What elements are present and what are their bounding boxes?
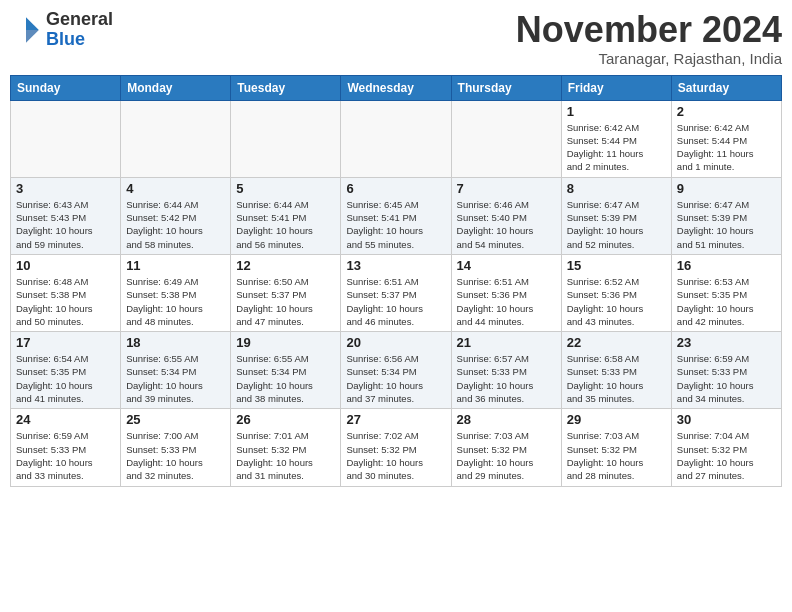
day-info: Sunrise: 6:58 AM Sunset: 5:33 PM Dayligh…	[567, 352, 666, 405]
day-info: Sunrise: 6:42 AM Sunset: 5:44 PM Dayligh…	[677, 121, 776, 174]
calendar-cell: 27Sunrise: 7:02 AM Sunset: 5:32 PM Dayli…	[341, 409, 451, 486]
day-info: Sunrise: 7:00 AM Sunset: 5:33 PM Dayligh…	[126, 429, 225, 482]
day-number: 1	[567, 104, 666, 119]
day-info: Sunrise: 6:52 AM Sunset: 5:36 PM Dayligh…	[567, 275, 666, 328]
weekday-header: Thursday	[451, 75, 561, 100]
calendar-cell: 17Sunrise: 6:54 AM Sunset: 5:35 PM Dayli…	[11, 332, 121, 409]
day-info: Sunrise: 6:59 AM Sunset: 5:33 PM Dayligh…	[16, 429, 115, 482]
day-number: 21	[457, 335, 556, 350]
calendar-cell: 15Sunrise: 6:52 AM Sunset: 5:36 PM Dayli…	[561, 254, 671, 331]
calendar-cell: 9Sunrise: 6:47 AM Sunset: 5:39 PM Daylig…	[671, 177, 781, 254]
day-number: 27	[346, 412, 445, 427]
day-number: 28	[457, 412, 556, 427]
day-number: 16	[677, 258, 776, 273]
calendar-cell	[231, 100, 341, 177]
day-number: 22	[567, 335, 666, 350]
calendar-cell: 4Sunrise: 6:44 AM Sunset: 5:42 PM Daylig…	[121, 177, 231, 254]
weekday-header: Wednesday	[341, 75, 451, 100]
day-number: 19	[236, 335, 335, 350]
day-number: 30	[677, 412, 776, 427]
day-info: Sunrise: 6:43 AM Sunset: 5:43 PM Dayligh…	[16, 198, 115, 251]
day-info: Sunrise: 7:02 AM Sunset: 5:32 PM Dayligh…	[346, 429, 445, 482]
day-info: Sunrise: 6:48 AM Sunset: 5:38 PM Dayligh…	[16, 275, 115, 328]
day-number: 25	[126, 412, 225, 427]
calendar-week-row: 3Sunrise: 6:43 AM Sunset: 5:43 PM Daylig…	[11, 177, 782, 254]
calendar-cell: 19Sunrise: 6:55 AM Sunset: 5:34 PM Dayli…	[231, 332, 341, 409]
day-info: Sunrise: 6:57 AM Sunset: 5:33 PM Dayligh…	[457, 352, 556, 405]
calendar-cell: 14Sunrise: 6:51 AM Sunset: 5:36 PM Dayli…	[451, 254, 561, 331]
day-info: Sunrise: 6:51 AM Sunset: 5:36 PM Dayligh…	[457, 275, 556, 328]
day-info: Sunrise: 6:56 AM Sunset: 5:34 PM Dayligh…	[346, 352, 445, 405]
calendar-week-row: 24Sunrise: 6:59 AM Sunset: 5:33 PM Dayli…	[11, 409, 782, 486]
day-number: 11	[126, 258, 225, 273]
calendar-cell: 7Sunrise: 6:46 AM Sunset: 5:40 PM Daylig…	[451, 177, 561, 254]
calendar-cell: 25Sunrise: 7:00 AM Sunset: 5:33 PM Dayli…	[121, 409, 231, 486]
day-info: Sunrise: 6:53 AM Sunset: 5:35 PM Dayligh…	[677, 275, 776, 328]
day-number: 20	[346, 335, 445, 350]
calendar-cell	[341, 100, 451, 177]
day-number: 8	[567, 181, 666, 196]
calendar-cell: 18Sunrise: 6:55 AM Sunset: 5:34 PM Dayli…	[121, 332, 231, 409]
logo-icon	[10, 14, 42, 46]
title-block: November 2024 Taranagar, Rajasthan, Indi…	[516, 10, 782, 67]
calendar-cell: 28Sunrise: 7:03 AM Sunset: 5:32 PM Dayli…	[451, 409, 561, 486]
svg-marker-1	[26, 30, 39, 43]
calendar-cell: 16Sunrise: 6:53 AM Sunset: 5:35 PM Dayli…	[671, 254, 781, 331]
weekday-row: SundayMondayTuesdayWednesdayThursdayFrid…	[11, 75, 782, 100]
day-info: Sunrise: 6:45 AM Sunset: 5:41 PM Dayligh…	[346, 198, 445, 251]
calendar-cell	[121, 100, 231, 177]
calendar-cell: 13Sunrise: 6:51 AM Sunset: 5:37 PM Dayli…	[341, 254, 451, 331]
day-number: 18	[126, 335, 225, 350]
day-info: Sunrise: 7:04 AM Sunset: 5:32 PM Dayligh…	[677, 429, 776, 482]
day-info: Sunrise: 6:55 AM Sunset: 5:34 PM Dayligh…	[126, 352, 225, 405]
day-info: Sunrise: 6:42 AM Sunset: 5:44 PM Dayligh…	[567, 121, 666, 174]
day-info: Sunrise: 6:47 AM Sunset: 5:39 PM Dayligh…	[567, 198, 666, 251]
month-title: November 2024	[516, 10, 782, 50]
calendar-week-row: 17Sunrise: 6:54 AM Sunset: 5:35 PM Dayli…	[11, 332, 782, 409]
svg-marker-0	[26, 17, 39, 30]
day-number: 24	[16, 412, 115, 427]
calendar-cell: 29Sunrise: 7:03 AM Sunset: 5:32 PM Dayli…	[561, 409, 671, 486]
day-number: 23	[677, 335, 776, 350]
day-info: Sunrise: 6:54 AM Sunset: 5:35 PM Dayligh…	[16, 352, 115, 405]
day-number: 6	[346, 181, 445, 196]
calendar-week-row: 1Sunrise: 6:42 AM Sunset: 5:44 PM Daylig…	[11, 100, 782, 177]
calendar-cell: 11Sunrise: 6:49 AM Sunset: 5:38 PM Dayli…	[121, 254, 231, 331]
day-number: 15	[567, 258, 666, 273]
day-info: Sunrise: 6:44 AM Sunset: 5:41 PM Dayligh…	[236, 198, 335, 251]
day-info: Sunrise: 6:55 AM Sunset: 5:34 PM Dayligh…	[236, 352, 335, 405]
calendar-cell: 23Sunrise: 6:59 AM Sunset: 5:33 PM Dayli…	[671, 332, 781, 409]
day-number: 10	[16, 258, 115, 273]
day-number: 26	[236, 412, 335, 427]
day-number: 13	[346, 258, 445, 273]
calendar-week-row: 10Sunrise: 6:48 AM Sunset: 5:38 PM Dayli…	[11, 254, 782, 331]
calendar-cell: 1Sunrise: 6:42 AM Sunset: 5:44 PM Daylig…	[561, 100, 671, 177]
calendar-cell: 30Sunrise: 7:04 AM Sunset: 5:32 PM Dayli…	[671, 409, 781, 486]
weekday-header: Friday	[561, 75, 671, 100]
day-number: 5	[236, 181, 335, 196]
calendar-cell: 20Sunrise: 6:56 AM Sunset: 5:34 PM Dayli…	[341, 332, 451, 409]
day-info: Sunrise: 6:44 AM Sunset: 5:42 PM Dayligh…	[126, 198, 225, 251]
calendar-cell: 12Sunrise: 6:50 AM Sunset: 5:37 PM Dayli…	[231, 254, 341, 331]
day-number: 29	[567, 412, 666, 427]
day-info: Sunrise: 6:47 AM Sunset: 5:39 PM Dayligh…	[677, 198, 776, 251]
day-info: Sunrise: 6:51 AM Sunset: 5:37 PM Dayligh…	[346, 275, 445, 328]
calendar-cell: 8Sunrise: 6:47 AM Sunset: 5:39 PM Daylig…	[561, 177, 671, 254]
calendar-cell: 5Sunrise: 6:44 AM Sunset: 5:41 PM Daylig…	[231, 177, 341, 254]
calendar-cell: 3Sunrise: 6:43 AM Sunset: 5:43 PM Daylig…	[11, 177, 121, 254]
day-number: 3	[16, 181, 115, 196]
logo: General Blue	[10, 10, 113, 50]
calendar-cell: 6Sunrise: 6:45 AM Sunset: 5:41 PM Daylig…	[341, 177, 451, 254]
calendar-cell: 10Sunrise: 6:48 AM Sunset: 5:38 PM Dayli…	[11, 254, 121, 331]
day-number: 7	[457, 181, 556, 196]
calendar-cell	[11, 100, 121, 177]
day-info: Sunrise: 6:49 AM Sunset: 5:38 PM Dayligh…	[126, 275, 225, 328]
day-number: 2	[677, 104, 776, 119]
weekday-header: Tuesday	[231, 75, 341, 100]
weekday-header: Monday	[121, 75, 231, 100]
weekday-header: Sunday	[11, 75, 121, 100]
day-info: Sunrise: 7:01 AM Sunset: 5:32 PM Dayligh…	[236, 429, 335, 482]
page-header: General Blue November 2024 Taranagar, Ra…	[10, 10, 782, 67]
day-info: Sunrise: 6:59 AM Sunset: 5:33 PM Dayligh…	[677, 352, 776, 405]
calendar-body: 1Sunrise: 6:42 AM Sunset: 5:44 PM Daylig…	[11, 100, 782, 486]
